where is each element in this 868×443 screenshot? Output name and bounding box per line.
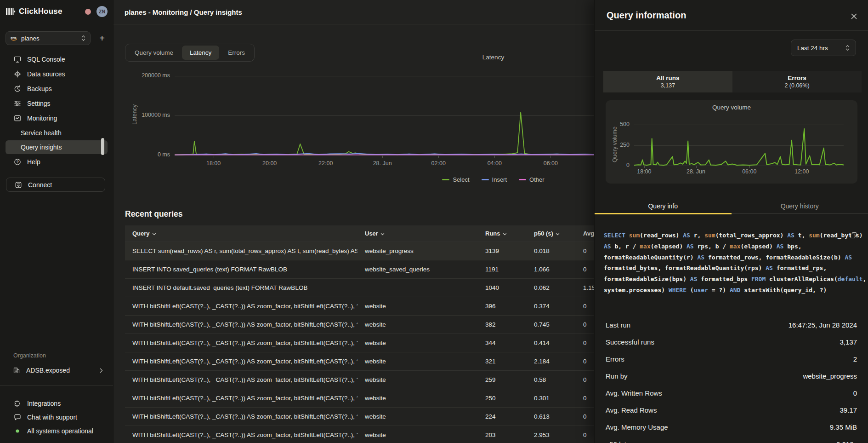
legend-item-select[interactable]: Select <box>442 176 469 183</box>
connect-label: Connect <box>28 181 52 189</box>
footer-item-label: All systems operational <box>27 427 93 435</box>
cell-user: website <box>357 389 478 407</box>
recent-queries-title: Recent queries <box>125 209 182 219</box>
column-header-runs[interactable]: Runs <box>478 225 527 242</box>
cell-user: website <box>357 426 478 443</box>
organization-item[interactable]: ADSB.exposed <box>6 364 108 377</box>
item-chat-with-support[interactable]: Chat with support <box>6 410 108 424</box>
detail-value: website_progress <box>803 372 857 380</box>
cell-p50: 0.414 <box>527 334 576 352</box>
panel-divider <box>595 30 868 31</box>
clickhouse-logo-icon[interactable] <box>6 6 16 17</box>
x-tick-mark <box>644 166 645 168</box>
sql-code-line: SELECT sum(read_rows) AS r, sum(total_ro… <box>604 230 859 241</box>
tab-query-history[interactable]: Query history <box>732 201 868 213</box>
settings-icon <box>14 100 21 107</box>
sidebar-item-label: Service health <box>21 129 62 137</box>
x-tick-label: 18:00 <box>191 160 237 167</box>
connect-button[interactable]: Connect <box>6 178 105 192</box>
toggle-errors[interactable]: Errors 2 (0.06%) <box>732 71 862 92</box>
sidebar-item-label: Backups <box>27 85 52 92</box>
sidebar: ClickHouse ZN aws planes + SQL Console <box>0 0 113 443</box>
add-service-button[interactable]: + <box>96 33 108 44</box>
chart-plot-area[interactable] <box>634 125 844 166</box>
detail-row-successful-runs: Successful runs 3,137 <box>606 334 857 351</box>
detail-label: Last run <box>606 321 630 329</box>
cell-p50: 0.613 <box>527 407 576 426</box>
close-icon[interactable] <box>850 12 858 20</box>
organization-name: ADSB.exposed <box>26 367 70 374</box>
cell-runs: 203 <box>478 426 527 443</box>
sidebar-footer: Integrations Chat with support All syste… <box>6 397 108 438</box>
time-range-select[interactable]: Last 24 hrs <box>791 40 856 56</box>
item-integrations[interactable]: Integrations <box>6 397 108 410</box>
sql-code-line: formatReadableQuantity(r) AS formatted_r… <box>604 252 859 263</box>
detail-value: 9.35 MiB <box>830 423 857 431</box>
x-tick-mark <box>749 166 750 168</box>
tab-query-info[interactable]: Query info <box>595 201 732 213</box>
avatar[interactable]: ZN <box>96 6 108 17</box>
toggle-all-runs[interactable]: All runs 3,137 <box>603 71 732 92</box>
detail-value: 0 <box>853 389 857 397</box>
x-tick-mark <box>550 155 551 158</box>
y-tick-label: 500 <box>574 121 630 127</box>
detail-label: Avg. Memory Usage <box>606 423 668 431</box>
panel-tabs: Query info Query history <box>595 201 868 213</box>
detail-label: Avg. Written Rows <box>606 389 662 397</box>
detail-value: 39.17 <box>840 406 857 414</box>
x-tick-mark <box>696 166 697 168</box>
sidebar-scrollbar-thumb[interactable] <box>101 138 104 155</box>
cell-runs: 1191 <box>478 260 527 278</box>
x-tick-label: 06:00 <box>726 168 772 175</box>
cell-query: SELECT sum(read_rows) AS r, sum(total_ro… <box>125 242 357 260</box>
item-query-insights[interactable]: Query insights <box>6 140 108 154</box>
column-header-p50-s[interactable]: p50 (s) <box>527 225 576 242</box>
query-volume-card: Query volumeQuery volume025050018:0028. … <box>606 100 857 184</box>
cell-user: website <box>357 370 478 389</box>
legend-item-insert[interactable]: Insert <box>482 176 507 183</box>
item-all-systems-operational[interactable]: All systems operational <box>6 424 108 438</box>
sort-desc-icon <box>380 230 385 237</box>
item-backups[interactable]: Backups <box>6 81 108 96</box>
sql-code-line: system.processes) WHERE (user = ?) AND s… <box>604 285 859 296</box>
x-tick-mark <box>438 155 439 158</box>
x-tick-label: 18:00 <box>621 168 667 175</box>
notification-dot[interactable] <box>85 9 91 15</box>
legend-item-other[interactable]: Other <box>519 176 545 183</box>
chat-icon <box>14 414 21 421</box>
item-monitoring[interactable]: Monitoring <box>6 111 108 126</box>
item-data-sources[interactable]: Data sources <box>6 67 108 81</box>
cell-p50: 0.018 <box>527 242 576 260</box>
cell-runs: 396 <box>478 297 527 315</box>
service-selector[interactable]: aws planes <box>6 31 91 45</box>
cell-query: WITH bitShiftLeft(CAST(?..), _CAST(?..))… <box>125 407 357 426</box>
cell-query: WITH bitShiftLeft(CAST(?..), _CAST(?..))… <box>125 370 357 389</box>
service-name: planes <box>21 35 78 42</box>
query-details: Last run 16:47:25, Jun 28 2024 Successfu… <box>606 316 857 443</box>
data-sources-icon <box>14 70 21 78</box>
svg-text:aws: aws <box>11 36 17 39</box>
x-tick-mark <box>802 166 802 168</box>
y-tick-label: 250 <box>574 142 630 148</box>
item-service-health[interactable]: Service health <box>6 126 108 140</box>
cell-runs: 224 <box>478 407 527 426</box>
clickhouse-console: ClickHouse ZN aws planes + SQL Console <box>0 0 868 443</box>
item-help[interactable]: ? Help <box>6 155 108 169</box>
footer-item-label: Chat with support <box>27 414 77 421</box>
column-header-query[interactable]: Query <box>125 225 357 242</box>
cell-query: INSERT INTO saved_queries (text) FORMAT … <box>125 260 357 278</box>
chevron-right-icon <box>100 368 103 373</box>
item-settings[interactable]: Settings <box>6 96 108 111</box>
organization-label: Organization <box>13 352 46 359</box>
cell-p50: 0.745 <box>527 315 576 334</box>
sidebar-item-label: Monitoring <box>27 115 57 122</box>
query-volume-chart[interactable]: Query volumeQuery volume025050018:0028. … <box>606 100 857 184</box>
sidebar-item-label: Data sources <box>27 70 65 78</box>
item-sql-console[interactable]: SQL Console <box>6 52 108 67</box>
copy-icon[interactable] <box>850 232 857 239</box>
detail-value: 16:47:25, Jun 28 2024 <box>789 321 857 329</box>
column-header-user[interactable]: User <box>357 225 478 242</box>
detail-label: Run by <box>606 372 628 380</box>
x-tick-mark <box>214 155 214 158</box>
sort-desc-icon <box>503 230 507 237</box>
